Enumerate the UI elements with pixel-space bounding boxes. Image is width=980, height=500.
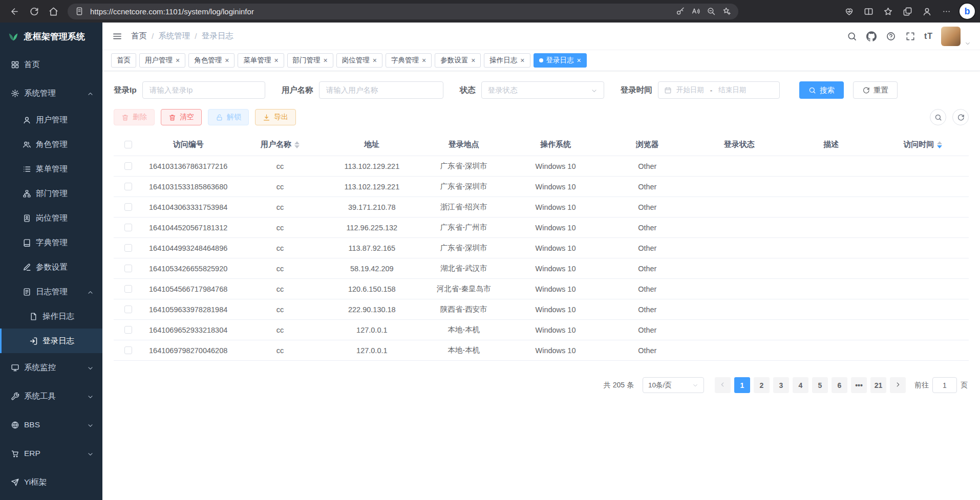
page-button-6[interactable]: 6	[832, 377, 847, 393]
sidebar-item-yi-framework[interactable]: Yi框架	[0, 468, 102, 496]
page-button-3[interactable]: 3	[773, 377, 789, 393]
export-button[interactable]: 导出	[255, 109, 296, 125]
font-size-icon[interactable]: tT	[924, 31, 933, 42]
collections-icon[interactable]	[898, 2, 917, 20]
sort-carets-icon[interactable]	[294, 141, 300, 148]
tab-role-management[interactable]: 角色管理×	[188, 53, 235, 68]
row-checkbox[interactable]	[124, 203, 132, 211]
reset-button[interactable]: 重置	[853, 81, 898, 99]
refresh-table-button[interactable]	[952, 109, 969, 125]
sidebar-item-system-monitor[interactable]: 系统监控	[0, 353, 102, 382]
close-icon[interactable]: ×	[422, 57, 426, 64]
row-checkbox[interactable]	[124, 306, 132, 313]
user-avatar[interactable]	[941, 27, 961, 46]
close-icon[interactable]: ×	[471, 57, 475, 64]
collapse-sidebar-icon[interactable]	[112, 31, 123, 42]
close-icon[interactable]: ×	[577, 57, 581, 64]
close-icon[interactable]: ×	[520, 57, 524, 64]
date-range-picker[interactable]: 开始日期 - 结束日期	[658, 81, 780, 99]
browser-profile-icon[interactable]	[918, 2, 936, 20]
help-icon[interactable]	[885, 31, 897, 42]
row-checkbox[interactable]	[124, 162, 132, 170]
column-header[interactable]: 用户名称	[234, 140, 326, 149]
browser-menu-icon[interactable]	[937, 2, 955, 20]
page-size-select[interactable]: 10条/页	[643, 377, 704, 393]
select-all-checkbox[interactable]	[124, 141, 132, 148]
fullscreen-icon[interactable]	[905, 31, 916, 42]
favorites-bar-icon[interactable]	[879, 2, 897, 20]
header-search-icon[interactable]	[846, 31, 858, 42]
next-page-button[interactable]	[890, 377, 906, 393]
close-icon[interactable]: ×	[176, 57, 180, 64]
tab-menu-management[interactable]: 菜单管理×	[238, 53, 284, 68]
page-button-4[interactable]: 4	[793, 377, 808, 393]
split-screen-icon[interactable]	[859, 2, 878, 20]
tab-dict-management[interactable]: 字典管理×	[386, 53, 432, 68]
clear-button[interactable]: 清空	[161, 109, 202, 125]
status-select[interactable]: 登录状态	[481, 81, 604, 99]
tab-param-settings[interactable]: 参数设置×	[435, 53, 481, 68]
add-favorite-icon[interactable]	[722, 7, 731, 16]
sidebar-item-home[interactable]: 首页	[0, 50, 102, 79]
close-icon[interactable]: ×	[274, 57, 278, 64]
column-header[interactable]: 访问时间	[877, 140, 969, 149]
read-aloud-icon[interactable]	[691, 7, 700, 16]
sidebar-item-login-log[interactable]: 登录日志	[0, 329, 102, 353]
tab-post-management[interactable]: 岗位管理×	[336, 53, 382, 68]
tab-department-management[interactable]: 部门管理×	[287, 53, 333, 68]
browser-home-icon[interactable]	[44, 2, 62, 20]
breadcrumb-item-system[interactable]: 系统管理	[158, 31, 190, 41]
toggle-search-button[interactable]	[930, 109, 946, 125]
search-button[interactable]: 搜索	[799, 81, 844, 99]
tab-home[interactable]: 首页	[111, 53, 136, 68]
delete-button[interactable]: 删除	[114, 109, 155, 125]
breadcrumb-item-home[interactable]: 首页	[131, 31, 147, 41]
sidebar-item-post-management[interactable]: 岗位管理	[0, 206, 102, 230]
tab-user-management[interactable]: 用户管理×	[139, 53, 185, 68]
tab-operation-log[interactable]: 操作日志×	[484, 53, 530, 68]
close-icon[interactable]: ×	[225, 57, 229, 64]
sidebar-item-menu-management[interactable]: 菜单管理	[0, 157, 102, 181]
unlock-button[interactable]: 解锁	[208, 109, 249, 125]
sidebar-item-system-management[interactable]: 系统管理	[0, 79, 102, 107]
close-icon[interactable]: ×	[324, 57, 328, 64]
sidebar-item-role-management[interactable]: 角色管理	[0, 132, 102, 157]
sort-carets-icon[interactable]	[937, 141, 942, 148]
row-checkbox[interactable]	[124, 244, 132, 252]
zoom-out-icon[interactable]	[707, 7, 716, 16]
sidebar-item-bbs[interactable]: BBS	[0, 410, 102, 439]
sidebar-item-log-management[interactable]: 日志管理	[0, 279, 102, 304]
password-key-icon[interactable]	[676, 7, 685, 16]
row-checkbox[interactable]	[124, 346, 132, 354]
username-input[interactable]	[319, 81, 443, 99]
page-button-21[interactable]: 21	[870, 377, 886, 393]
close-icon[interactable]: ×	[373, 57, 377, 64]
github-icon[interactable]	[866, 31, 877, 42]
sidebar-item-department-management[interactable]: 部门管理	[0, 181, 102, 206]
sidebar-item-erp[interactable]: ERP	[0, 439, 102, 468]
row-checkbox[interactable]	[124, 265, 132, 272]
page-button-5[interactable]: 5	[812, 377, 828, 393]
copilot-icon[interactable]: b	[960, 4, 975, 19]
sidebar-item-system-tools[interactable]: 系统工具	[0, 382, 102, 410]
sidebar-item-operation-log[interactable]: 操作日志	[0, 304, 102, 329]
browser-refresh-icon[interactable]	[25, 2, 43, 20]
browser-essentials-icon[interactable]	[840, 2, 858, 20]
more-pages-button[interactable]: •••	[851, 377, 867, 393]
browser-back-icon[interactable]	[5, 2, 24, 20]
sidebar-item-param-settings[interactable]: 参数设置	[0, 255, 102, 279]
sidebar-item-dict-management[interactable]: 字典管理	[0, 230, 102, 255]
sidebar-item-user-management[interactable]: 用户管理	[0, 107, 102, 132]
row-checkbox[interactable]	[124, 326, 132, 334]
ip-input[interactable]	[142, 81, 265, 99]
row-checkbox[interactable]	[124, 224, 132, 231]
address-bar[interactable]: https://ccnetcore.com:1101/system/log/lo…	[68, 4, 738, 19]
row-checkbox[interactable]	[124, 183, 132, 190]
tab-login-log[interactable]: 登录日志×	[534, 53, 587, 68]
page-button-2[interactable]: 2	[754, 377, 770, 393]
row-checkbox[interactable]	[124, 285, 132, 293]
site-info-icon[interactable]	[75, 7, 84, 16]
page-button-1[interactable]: 1	[734, 377, 750, 393]
prev-page-button[interactable]	[715, 377, 731, 393]
goto-page-input[interactable]	[932, 377, 957, 393]
